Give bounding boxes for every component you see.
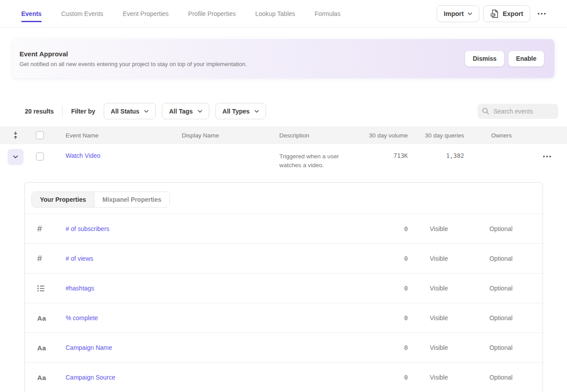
ellipsis-icon [537,13,546,15]
chevron-down-icon [254,110,259,113]
event-row-watch-video: Watch Video Triggered when a user watche… [0,144,567,182]
tab-mixpanel-properties[interactable]: Mixpanel Properties [94,192,169,207]
search-events-box[interactable] [477,104,558,119]
divider [62,106,63,117]
events-table-header: Event Name Display Name Description 30 d… [0,126,567,144]
property-visibility: Visible [408,314,470,321]
search-icon [482,107,489,115]
property-volume: 0 [404,344,408,351]
svg-text:csv: csv [492,14,495,16]
tab-custom-events[interactable]: Custom Events [61,0,103,27]
row-checkbox[interactable] [36,153,44,161]
property-name-link[interactable]: # of subscribers [66,225,109,232]
event-approval-banner: Event Approval Get notified on all new e… [12,39,555,78]
types-filter-dropdown[interactable]: All Types [215,103,266,119]
status-filter-label: All Status [111,108,140,115]
more-actions-button[interactable] [534,6,549,21]
tags-filter-label: All Tags [169,108,192,115]
property-requirement: Optional [470,255,532,262]
property-row: Campaign Source 0 Visible Optional [25,363,543,392]
properties-tab-bar: Your Properties Mixpanel Properties [25,183,543,214]
collapse-row-button[interactable] [8,149,23,165]
column-owners: Owners [464,132,528,139]
property-visibility: Visible [408,285,470,292]
row-more-actions-button[interactable] [540,152,555,161]
property-visibility: Visible [408,374,470,381]
status-filter-dropdown[interactable]: All Status [104,103,156,119]
export-button[interactable]: csv Export [483,5,530,22]
property-row: % complete 0 Visible Optional [25,303,543,333]
banner-title: Event Approval [20,50,465,58]
event-description: Triggered when a user watches a video. [279,153,339,169]
text-icon [37,374,46,381]
number-icon [37,254,42,263]
property-requirement: Optional [470,225,532,232]
import-button-label: Import [444,10,464,17]
property-visibility: Visible [408,225,470,232]
event-30-day-queries: 1,382 [446,152,464,159]
property-row: #hashtags 0 Visible Optional [25,274,543,303]
tab-lookup-tables[interactable]: Lookup Tables [255,0,295,27]
results-count: 20 results [25,108,54,115]
property-requirement: Optional [470,314,532,321]
tab-profile-properties[interactable]: Profile Properties [188,0,235,27]
chevron-down-icon [468,12,472,15]
property-name-link[interactable]: # of views [66,255,93,262]
filter-by-label: Filter by [71,108,95,115]
text-icon [37,344,46,352]
tags-filter-dropdown[interactable]: All Tags [162,103,209,119]
event-30-day-volume: 713K [393,152,408,159]
collapse-all-button[interactable] [11,130,20,140]
property-requirement: Optional [470,344,532,351]
column-description: Description [279,132,364,139]
tab-events[interactable]: Events [21,0,42,27]
csv-file-icon: csv [490,9,499,18]
banner-description: Get notified on all new events entering … [20,61,465,67]
property-visibility: Visible [408,344,470,351]
tab-event-properties[interactable]: Event Properties [123,0,169,27]
property-row: Campaign Name 0 Visible Optional [25,333,543,363]
chevron-down-icon [144,110,149,113]
filter-bar: 20 results Filter by All Status All Tags… [25,103,558,119]
property-volume: 0 [404,285,408,292]
property-name-link[interactable]: % complete [66,314,98,321]
export-button-label: Export [503,10,523,17]
collapse-all-icon [12,131,19,139]
property-visibility: Visible [408,255,470,262]
lexicon-tabs: Events Custom Events Event Properties Pr… [21,0,340,27]
property-volume: 0 [404,225,408,232]
property-volume: 0 [404,255,408,262]
number-icon [37,224,42,234]
chevron-down-icon [198,110,202,113]
tab-formulas[interactable]: Formulas [315,0,340,27]
property-volume: 0 [404,314,408,321]
types-filter-label: All Types [223,108,250,115]
column-30-day-queries: 30 day queries [408,132,464,139]
property-name-link[interactable]: #hashtags [66,285,94,292]
ellipsis-icon [543,156,551,157]
column-event-name: Event Name [49,132,182,139]
top-navigation: Events Custom Events Event Properties Pr… [0,0,567,27]
property-requirement: Optional [470,285,532,292]
property-row: # of subscribers 0 Visible Optional [25,214,543,244]
select-all-checkbox[interactable] [36,131,44,139]
import-button[interactable]: Import [437,5,479,22]
enable-button[interactable]: Enable [508,51,544,67]
property-row: # of views 0 Visible Optional [25,244,543,274]
chevron-down-icon [13,155,18,159]
event-name-link[interactable]: Watch Video [66,152,101,159]
property-name-link[interactable]: Campaign Name [66,344,112,351]
tab-your-properties[interactable]: Your Properties [32,192,94,207]
text-icon [37,314,46,322]
property-name-link[interactable]: Campaign Source [66,374,115,381]
dismiss-button[interactable]: Dismiss [465,51,504,67]
column-30-day-volume: 30 day volume [364,132,408,139]
property-requirement: Optional [470,374,532,381]
list-icon [37,285,45,292]
event-properties-panel: Your Properties Mixpanel Properties # of… [24,182,543,392]
property-volume: 0 [404,374,408,381]
search-input[interactable] [493,108,554,115]
column-display-name: Display Name [182,132,279,139]
